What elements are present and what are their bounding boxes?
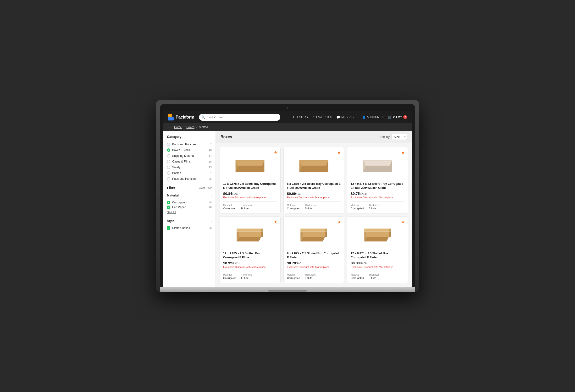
filter-checkbox — [167, 206, 170, 209]
product-image — [223, 150, 277, 179]
filter-checkbox — [167, 201, 170, 204]
clear-filter-button[interactable]: Clear Filter — [199, 186, 212, 189]
product-image — [287, 220, 341, 249]
product-name: 12 x 9.875 x 2.5 Beers Tray Corrugated E… — [351, 182, 405, 190]
material-label: Material — [287, 204, 300, 207]
svg-marker-6 — [236, 160, 264, 166]
material-value: Corrugated — [223, 277, 236, 279]
svg-marker-13 — [299, 160, 328, 166]
category-count: 14 — [209, 154, 212, 157]
material-value: Corrugated — [351, 277, 364, 279]
filter-option[interactable]: Eco Paper26 — [167, 205, 212, 210]
thickness-label: Thickness — [241, 274, 252, 276]
favorite-star-icon[interactable]: ★ — [274, 150, 277, 155]
favorite-star-icon[interactable]: ★ — [337, 150, 341, 155]
product-card[interactable]: ★12 x 9.875 x 2.5 Beers Tray Corrugated … — [219, 147, 281, 213]
category-item[interactable]: Safety23 — [167, 164, 212, 170]
nav-favorites[interactable]: ☆ FAVORITES — [312, 115, 332, 119]
category-name: Cases & Films — [172, 160, 207, 163]
logo[interactable]: Packform — [168, 114, 194, 120]
product-card[interactable]: ★12 x 9.875 x 2.5 Beers Tray Corrugated … — [347, 147, 408, 213]
category-item[interactable]: Cases & Films15 — [167, 159, 212, 164]
product-spec-thickness: ThicknessE flute — [369, 274, 379, 279]
products-area: Boxes Sort By Size Price Name — [216, 131, 412, 287]
product-image — [351, 220, 405, 249]
product-discount: Exclusive Discount with Marketplace — [287, 266, 341, 268]
product-name: 12 x 9.875 x 2.5 Beers Tray Corrugated E… — [223, 182, 277, 190]
product-price: $0.75/EACH — [351, 191, 405, 196]
account-label: ACCOUNT — [367, 115, 381, 119]
category-count: 23 — [209, 166, 212, 169]
svg-marker-23 — [261, 231, 263, 237]
category-item[interactable]: Bottles1 — [167, 170, 212, 176]
sort-select[interactable]: Size Price Name — [392, 134, 407, 140]
category-item[interactable]: Bags and Pouches2 — [167, 141, 212, 147]
breadcrumb-boxes[interactable]: Boxes — [186, 125, 194, 129]
filter-option-count: 26 — [209, 227, 212, 230]
products-grid: ★12 x 9.875 x 2.5 Beers Tray Corrugated … — [216, 143, 412, 287]
thickness-label: Thickness — [369, 204, 379, 207]
messages-icon: 💬 — [336, 115, 340, 119]
category-count: 95 — [209, 177, 212, 180]
product-specs: MaterialCorrugatedThicknessB flute — [287, 204, 341, 210]
divider — [351, 201, 405, 202]
back-button[interactable]: ← — [168, 125, 171, 129]
material-filter-header[interactable]: Material › — [167, 193, 212, 198]
style-chevron-icon: › — [211, 220, 212, 223]
product-specs: MaterialCorrugatedThicknessE flute — [351, 274, 405, 279]
favorite-star-icon[interactable]: ★ — [274, 219, 277, 225]
favorites-label: FAVORITES — [316, 115, 332, 119]
filter-option[interactable]: Slotted Boxes26 — [167, 226, 212, 231]
products-header: Boxes Sort By Size Price Name — [216, 131, 412, 143]
material-options: Corrugated48Eco Paper26 — [167, 200, 212, 210]
nav-account[interactable]: 👤 ACCOUNT ▾ — [362, 115, 384, 119]
material-label: Material — [287, 274, 300, 276]
sort-label: Sort By — [379, 135, 390, 139]
sort-select-wrap[interactable]: Size Price Name — [392, 134, 407, 140]
account-icon: 👤 — [362, 115, 366, 119]
filter-option-name: Slotted Boxes — [172, 226, 207, 230]
product-discount: Exclusive Discount with Marketplace — [223, 266, 277, 268]
category-item[interactable]: Shipping Material14 — [167, 153, 212, 159]
orders-label: ORDERS — [295, 115, 308, 119]
search-bar[interactable]: 🔍 — [199, 114, 280, 121]
product-price: $0.78/EACH — [287, 261, 341, 265]
nav-orders[interactable]: ↺ ORDERS — [291, 115, 308, 119]
svg-marker-25 — [237, 229, 263, 231]
favorite-star-icon[interactable]: ★ — [401, 219, 405, 225]
category-radio — [167, 143, 170, 146]
sidebar: Category Bags and Pouches2Boxes - Stock4… — [163, 131, 216, 287]
laptop-camera — [287, 107, 288, 109]
material-filter: Material › Corrugated48Eco Paper26 See A… — [167, 193, 212, 215]
material-label: Material — [223, 274, 236, 276]
product-card[interactable]: ★12 x 9.875 x 2.5 Slotted Box Corrugated… — [347, 216, 408, 283]
see-all-button[interactable]: See All — [167, 210, 212, 215]
nav-cart[interactable]: 🛒 CART 2 — [388, 115, 407, 119]
breadcrumb-bar: ← Home / Boxes / Slotted — [163, 123, 412, 131]
search-input[interactable] — [199, 114, 280, 121]
style-filter-header[interactable]: Style › — [167, 218, 212, 224]
thickness-label: Thickness — [305, 204, 316, 207]
material-label: Material — [167, 194, 179, 197]
messages-label: MESSAGES — [341, 115, 357, 119]
breadcrumb-home[interactable]: Home — [174, 125, 182, 129]
product-card[interactable]: ★12 x 9.875 x 2.5 Slotted Box Corrugated… — [219, 216, 281, 283]
product-card[interactable]: ★8 x 9.875 x 2.5 Slotted Box Corrugated … — [284, 216, 344, 283]
category-count: 1 — [210, 172, 212, 175]
product-card[interactable]: ★8 x 9.875 x 2.5 Beers Tray Corrugated E… — [284, 147, 344, 213]
favorite-star-icon[interactable]: ★ — [337, 219, 341, 225]
category-item[interactable]: Pads and Partition95 — [167, 176, 212, 182]
category-name: Bottles — [172, 171, 208, 175]
product-name: 12 x 9.875 x 2.5 Slotted Box Corrugated … — [351, 252, 405, 260]
favorite-star-icon[interactable]: ★ — [401, 150, 405, 155]
material-value: Corrugated — [287, 277, 300, 279]
material-value: Corrugated — [223, 207, 236, 210]
breadcrumb-current: Slotted — [199, 125, 208, 129]
cart-label: CART — [393, 115, 402, 119]
thickness-value: E flute — [241, 277, 252, 279]
category-item[interactable]: Boxes - Stock48 — [167, 147, 212, 153]
filter-option[interactable]: Corrugated48 — [167, 200, 212, 205]
nav-messages[interactable]: 💬 MESSAGES — [336, 115, 357, 119]
svg-marker-20 — [363, 160, 392, 166]
product-spec-material: MaterialCorrugated — [223, 204, 236, 210]
